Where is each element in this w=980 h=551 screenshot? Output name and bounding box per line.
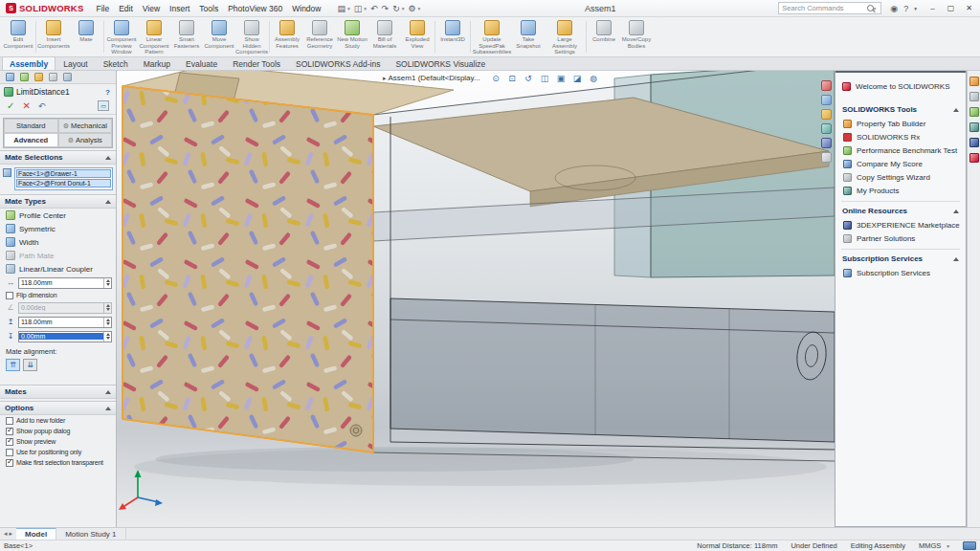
angle-input[interactable]: 0.00deg	[18, 302, 112, 314]
tab-evaluate[interactable]: Evaluate	[178, 56, 225, 70]
option-show-preview[interactable]: Show preview	[0, 436, 116, 447]
bill-of-materials-button[interactable]: Bill of Materials	[368, 18, 401, 55]
maximum-distance-input[interactable]: 118.00mm	[18, 317, 112, 328]
mate-type-width[interactable]: Width	[0, 235, 116, 249]
option-make-first-selection-transparent[interactable]: Make first selection transparent	[0, 457, 116, 468]
dimxpert-manager-tab-icon[interactable]	[49, 73, 57, 81]
option-add-to-new-folder[interactable]: Add to new folder	[0, 415, 116, 426]
move-component-button[interactable]: Move Component	[203, 18, 235, 55]
viewport-tool-2-icon[interactable]	[821, 95, 832, 105]
minimize-button[interactable]: –	[924, 1, 942, 16]
instant3d-button[interactable]: Instant3D	[436, 18, 469, 55]
option-show-popup-dialog[interactable]: Show popup dialog	[0, 426, 116, 436]
compare-my-score-link[interactable]: Compare My Score	[841, 157, 960, 170]
section-view-icon[interactable]: ◫	[539, 72, 551, 84]
tab-sketch[interactable]: Sketch	[96, 56, 136, 70]
design-library-tab-icon[interactable]	[969, 77, 979, 86]
smart-fasteners-button[interactable]: Smart Fasteners	[170, 18, 203, 55]
previous-view-icon[interactable]: ↺	[523, 72, 535, 84]
tab-advanced[interactable]: Advanced	[4, 133, 58, 147]
mate-type-symmetric[interactable]: Symmetric	[0, 222, 116, 235]
make-first-selection-transparent-checkbox[interactable]	[6, 459, 13, 467]
solidworks-tools-header[interactable]: SOLIDWORKS Tools	[841, 102, 960, 117]
spin-down-icon[interactable]	[106, 308, 110, 311]
use-for-positioning-only-checkbox[interactable]	[6, 449, 13, 456]
combine-button[interactable]: Combine	[588, 18, 620, 55]
maximum-spinner[interactable]	[103, 318, 111, 327]
online-resources-header[interactable]: Online Resources	[841, 204, 960, 218]
menu-photoview-360[interactable]: PhotoView 360	[223, 2, 287, 15]
tab-scroll-right-icon[interactable]: ▸	[10, 530, 13, 538]
assembly-features-button[interactable]: Assembly Features	[271, 18, 303, 55]
selected-face-1[interactable]: Face<1>@Drawer-1	[16, 169, 111, 178]
my-products-link[interactable]: My Products	[841, 184, 960, 197]
tab-assembly[interactable]: Assembly	[2, 56, 56, 70]
tab-layout[interactable]: Layout	[56, 56, 96, 70]
custom-properties-tab-icon[interactable]	[969, 138, 979, 147]
tab-solidworks-add-ins[interactable]: SOLIDWORKS Add-ins	[288, 56, 388, 70]
3d-model-canvas[interactable]	[117, 71, 835, 527]
display-manager-tab-icon[interactable]	[63, 73, 72, 81]
help-icon[interactable]: ?	[901, 4, 911, 13]
selected-face-2[interactable]: Face<2>@Front Donut-1	[16, 179, 111, 187]
undo-button[interactable]: ↶	[38, 101, 46, 111]
units-caret-icon[interactable]: ▾	[947, 543, 949, 549]
add-to-new-folder-checkbox[interactable]	[6, 417, 13, 425]
angle-spinner[interactable]	[103, 303, 111, 313]
linear-component-pattern-button[interactable]: Linear Component Pattern	[138, 18, 170, 55]
keep-visible-pin-button[interactable]: ▭	[98, 100, 109, 111]
configuration-manager-tab-icon[interactable]	[34, 73, 43, 81]
mate-selections-header[interactable]: Mate Selections	[0, 150, 116, 165]
welcome-link[interactable]: Welcome to SOLIDWORKS	[841, 77, 960, 100]
minimum-spinner[interactable]	[103, 332, 111, 342]
help-caret-icon[interactable]: ▾	[911, 6, 920, 11]
mates-header[interactable]: Mates	[0, 385, 116, 399]
subscription-services-link[interactable]: Subscription Services	[841, 266, 960, 279]
edit-component-button[interactable]: Edit Component	[2, 18, 34, 55]
menu-window[interactable]: Window	[287, 2, 325, 15]
redo-icon[interactable]: ↷	[380, 3, 391, 14]
model-tab[interactable]: Model	[16, 528, 56, 540]
update-speedpak-subassemblies-button[interactable]: Update SpeedPak Subassemblies	[472, 18, 512, 55]
mate-type-profile-center[interactable]: Profile Center	[0, 209, 116, 222]
menu-file[interactable]: File	[91, 2, 114, 15]
mate-selections-listbox[interactable]: Face<1>@Drawer-1 Face<2>@Front Donut-1	[14, 167, 113, 190]
rebuild-icon[interactable]: ↻	[390, 3, 402, 14]
copy-settings-wizard-link[interactable]: Copy Settings Wizard	[841, 170, 960, 184]
motion-study-tab[interactable]: Motion Study 1	[56, 528, 125, 540]
property-tab-builder-link[interactable]: Property Tab Builder	[841, 117, 960, 130]
viewport-tool-5-icon[interactable]	[821, 138, 832, 148]
view-orientation-icon[interactable]: ▣	[555, 72, 568, 84]
viewport-tool-3-icon[interactable]	[821, 109, 832, 120]
show-preview-checkbox[interactable]	[6, 438, 13, 446]
ok-button[interactable]: ✓	[7, 100, 14, 111]
spin-up-icon[interactable]	[106, 333, 110, 336]
pm-help-icon[interactable]: ?	[105, 88, 112, 97]
3dexperience-marketplace-link[interactable]: 3DEXPERIENCE Marketplace	[841, 218, 960, 231]
tab-mechanical[interactable]: ⚙Mechanical	[58, 119, 113, 133]
forum-tab-icon[interactable]	[969, 153, 979, 163]
flyout-expand-icon[interactable]: ▸	[383, 75, 387, 82]
mate-type-linear-coupler[interactable]: Linear/Linear Coupler	[0, 262, 116, 276]
tab-analysis[interactable]: ⚙Analysis	[58, 133, 113, 147]
spin-up-icon[interactable]	[106, 304, 110, 307]
cancel-button[interactable]: ✕	[22, 100, 30, 111]
graphics-viewport[interactable]: ▸ Assem1 (Default<Display... ⊙ ⊡ ↺ ◫ ▣ ◪…	[117, 71, 835, 527]
exploded-view-button[interactable]: Exploded View	[401, 18, 434, 55]
subscription-services-header[interactable]: Subscription Services	[841, 252, 960, 266]
options-gear-icon[interactable]: ⚙	[406, 3, 417, 14]
appearance-icon[interactable]: ◍	[588, 72, 600, 84]
tab-markup[interactable]: Markup	[136, 56, 178, 70]
aligned-button[interactable]: ⇈	[6, 359, 20, 371]
performance-benchmark-test-link[interactable]: Performance Benchmark Test	[841, 143, 960, 157]
options-header[interactable]: Options	[0, 401, 116, 415]
partner-solutions-link[interactable]: Partner Solutions	[841, 231, 960, 245]
search-commands-input[interactable]	[782, 4, 864, 12]
tab-scroll-left-icon[interactable]: ◂	[4, 530, 8, 538]
show-hidden-components-button[interactable]: Show Hidden Components	[235, 18, 268, 55]
viewport-tool-6-icon[interactable]	[821, 152, 832, 163]
maximize-button[interactable]: ▢	[942, 1, 960, 16]
mate-types-header[interactable]: Mate Types	[0, 194, 116, 209]
menu-insert[interactable]: Insert	[165, 2, 194, 15]
options-caret-icon[interactable]: ▾	[418, 6, 423, 11]
